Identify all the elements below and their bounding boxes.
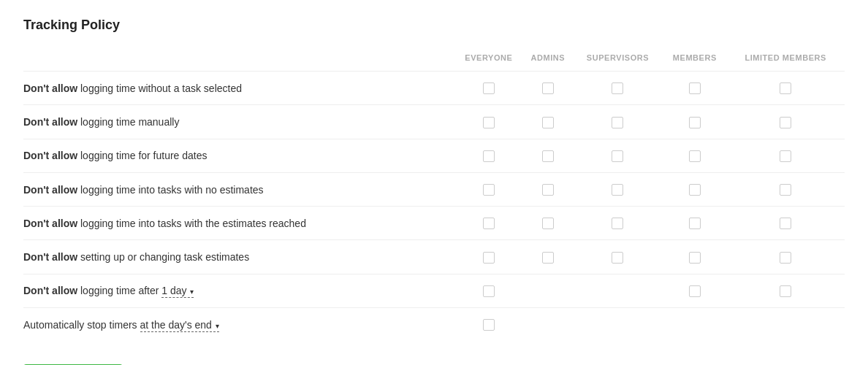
checkbox-4-members[interactable] [689,218,701,229]
checkbox-2-members[interactable] [689,150,701,162]
cell-1-supervisors [573,105,663,139]
cell-5-supervisors [573,240,663,274]
cell-4-everyone [454,207,523,240]
cell-7-limited_members [726,308,845,342]
policy-label-1: Don't allow logging time manually [23,105,454,139]
cell-0-everyone [454,72,523,105]
checkbox-3-everyone[interactable] [483,184,495,196]
cell-5-members [663,240,726,274]
cell-7-admins [523,308,573,342]
cell-4-limited_members [726,207,845,240]
policy-label-7: Automatically stop timers at the day's e… [23,308,454,342]
table-row: Don't allow logging time after 1 day ▾ [23,274,845,307]
policy-label-6: Don't allow logging time after 1 day ▾ [23,274,454,307]
policy-label-5: Don't allow setting up or changing task … [23,240,454,274]
checkbox-0-limited_members[interactable] [780,82,791,94]
cell-6-members [663,274,726,307]
checkbox-5-supervisors[interactable] [612,252,623,264]
cell-0-limited_members [726,72,845,105]
dropdown-6[interactable]: 1 day ▾ [161,285,194,298]
col-header-everyone: Everyone [454,47,523,72]
cell-6-everyone [454,274,523,307]
checkbox-1-supervisors[interactable] [612,117,623,128]
cell-6-supervisors [573,274,663,307]
cell-5-everyone [454,240,523,274]
col-header-policy [23,47,454,72]
cell-1-admins [523,105,573,139]
cell-3-limited_members [726,172,845,206]
table-row: Don't allow setting up or changing task … [23,240,845,274]
cell-4-admins [523,207,573,240]
cell-4-members [663,207,726,240]
checkbox-5-admins[interactable] [542,252,554,264]
cell-1-members [663,105,726,139]
cell-3-members [663,172,726,206]
checkbox-5-members[interactable] [689,252,701,264]
cell-0-members [663,72,726,105]
table-row: Don't allow logging time for future date… [23,139,845,172]
cell-6-admins [523,274,573,307]
cell-1-everyone [454,105,523,139]
checkbox-4-admins[interactable] [542,218,554,229]
checkbox-3-limited_members[interactable] [780,184,791,196]
cell-0-supervisors [573,72,663,105]
cell-3-supervisors [573,172,663,206]
cell-3-everyone [454,172,523,206]
checkbox-2-admins[interactable] [542,150,554,162]
cell-4-supervisors [573,207,663,240]
checkbox-3-supervisors[interactable] [612,184,623,196]
checkbox-3-members[interactable] [689,184,701,196]
policy-table: Everyone Admins Supervisors Members Limi… [23,47,845,341]
checkbox-1-admins[interactable] [542,117,554,128]
table-row: Don't allow logging time manually [23,105,845,139]
policy-label-4: Don't allow logging time into tasks with… [23,207,454,240]
checkbox-0-everyone[interactable] [483,82,495,94]
cell-3-admins [523,172,573,206]
table-row: Automatically stop timers at the day's e… [23,308,845,342]
checkbox-2-supervisors[interactable] [612,150,623,162]
page-title: Tracking Policy [23,18,845,33]
checkbox-2-limited_members[interactable] [780,150,791,162]
cell-7-everyone [454,308,523,342]
cell-5-limited_members [726,240,845,274]
checkbox-1-members[interactable] [689,117,701,128]
cell-7-supervisors [573,308,663,342]
policy-label-2: Don't allow logging time for future date… [23,139,454,172]
cell-2-admins [523,139,573,172]
table-row: Don't allow logging time without a task … [23,72,845,105]
cell-2-limited_members [726,139,845,172]
checkbox-6-everyone[interactable] [483,285,495,297]
checkbox-0-members[interactable] [689,82,701,94]
col-header-admins: Admins [523,47,573,72]
col-header-members: Members [663,47,726,72]
checkbox-4-everyone[interactable] [483,218,495,229]
cell-2-everyone [454,139,523,172]
col-header-limited-members: Limited Members [726,47,845,72]
cell-6-limited_members [726,274,845,307]
checkbox-6-members[interactable] [689,285,701,297]
checkbox-4-limited_members[interactable] [780,218,791,229]
checkbox-1-limited_members[interactable] [780,117,791,128]
checkbox-5-limited_members[interactable] [780,252,791,264]
checkbox-2-everyone[interactable] [483,150,495,162]
policy-label-0: Don't allow logging time without a task … [23,72,454,105]
col-header-supervisors: Supervisors [573,47,663,72]
checkbox-0-admins[interactable] [542,82,554,94]
policy-label-3: Don't allow logging time into tasks with… [23,172,454,206]
checkbox-0-supervisors[interactable] [612,82,623,94]
cell-7-members [663,308,726,342]
dropdown-7[interactable]: at the day's end ▾ [140,319,219,332]
checkbox-5-everyone[interactable] [483,252,495,264]
checkbox-1-everyone[interactable] [483,117,495,128]
checkbox-3-admins[interactable] [542,184,554,196]
table-row: Don't allow logging time into tasks with… [23,207,845,240]
cell-2-members [663,139,726,172]
cell-2-supervisors [573,139,663,172]
cell-1-limited_members [726,105,845,139]
checkbox-7-everyone[interactable] [483,319,495,331]
checkbox-6-limited_members[interactable] [780,285,791,297]
cell-5-admins [523,240,573,274]
cell-0-admins [523,72,573,105]
checkbox-4-supervisors[interactable] [612,218,623,229]
table-row: Don't allow logging time into tasks with… [23,172,845,206]
